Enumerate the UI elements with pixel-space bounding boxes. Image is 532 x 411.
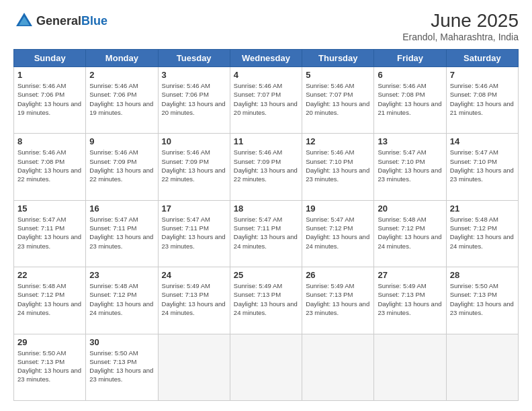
day-cell: 2 Sunrise: 5:46 AM Sunset: 7:06 PM Dayli… [86, 67, 158, 134]
day-cell: 1 Sunrise: 5:46 AM Sunset: 7:06 PM Dayli… [14, 67, 86, 134]
header-tuesday: Tuesday [158, 50, 230, 67]
day-info: Sunrise: 5:50 AM Sunset: 7:13 PM Dayligh… [89, 349, 154, 384]
calendar-table: Sunday Monday Tuesday Wednesday Thursday… [13, 49, 519, 401]
weekday-header-row: Sunday Monday Tuesday Wednesday Thursday… [14, 50, 519, 67]
day-info: Sunrise: 5:46 AM Sunset: 7:09 PM Dayligh… [234, 148, 298, 183]
day-info: Sunrise: 5:49 AM Sunset: 7:13 PM Dayligh… [378, 281, 442, 317]
day-cell: 8 Sunrise: 5:46 AM Sunset: 7:08 PM Dayli… [14, 134, 86, 200]
header-sunday: Sunday [14, 50, 86, 67]
day-number: 9 [89, 136, 154, 146]
day-info: Sunrise: 5:46 AM Sunset: 7:06 PM Dayligh… [89, 81, 154, 117]
day-cell: 14 Sunrise: 5:47 AM Sunset: 7:10 PM Dayl… [446, 134, 518, 200]
day-cell: 21 Sunrise: 5:48 AM Sunset: 7:12 PM Dayl… [446, 200, 518, 267]
calendar-row: 15 Sunrise: 5:47 AM Sunset: 7:11 PM Dayl… [14, 200, 519, 267]
day-info: Sunrise: 5:47 AM Sunset: 7:12 PM Dayligh… [306, 215, 370, 250]
day-number: 12 [306, 136, 370, 146]
empty-cell [158, 334, 230, 400]
day-info: Sunrise: 5:50 AM Sunset: 7:13 PM Dayligh… [450, 281, 515, 317]
day-cell: 6 Sunrise: 5:46 AM Sunset: 7:08 PM Dayli… [374, 67, 446, 134]
day-info: Sunrise: 5:47 AM Sunset: 7:11 PM Dayligh… [162, 215, 226, 250]
header-thursday: Thursday [302, 50, 374, 67]
logo-icon [13, 10, 35, 32]
empty-cell [446, 334, 518, 400]
day-number: 27 [378, 270, 442, 280]
day-cell: 4 Sunrise: 5:46 AM Sunset: 7:07 PM Dayli… [230, 67, 302, 134]
day-cell: 10 Sunrise: 5:46 AM Sunset: 7:09 PM Dayl… [158, 134, 230, 200]
day-cell: 7 Sunrise: 5:46 AM Sunset: 7:08 PM Dayli… [446, 67, 518, 134]
day-info: Sunrise: 5:47 AM Sunset: 7:11 PM Dayligh… [89, 215, 154, 250]
day-number: 14 [450, 136, 515, 146]
day-info: Sunrise: 5:46 AM Sunset: 7:09 PM Dayligh… [89, 148, 154, 183]
location: Erandol, Maharashtra, India [402, 32, 519, 42]
day-cell: 16 Sunrise: 5:47 AM Sunset: 7:11 PM Dayl… [86, 200, 158, 267]
day-cell: 26 Sunrise: 5:49 AM Sunset: 7:13 PM Dayl… [302, 267, 374, 334]
day-info: Sunrise: 5:48 AM Sunset: 7:12 PM Dayligh… [450, 215, 515, 250]
day-cell: 22 Sunrise: 5:48 AM Sunset: 7:12 PM Dayl… [14, 267, 86, 334]
day-number: 23 [89, 270, 154, 280]
page: GeneralBlue June 2025 Erandol, Maharasht… [0, 0, 532, 411]
day-info: Sunrise: 5:46 AM Sunset: 7:07 PM Dayligh… [234, 81, 298, 117]
day-number: 11 [234, 136, 298, 146]
day-cell: 9 Sunrise: 5:46 AM Sunset: 7:09 PM Dayli… [86, 134, 158, 200]
day-info: Sunrise: 5:50 AM Sunset: 7:13 PM Dayligh… [17, 349, 82, 384]
day-cell: 13 Sunrise: 5:47 AM Sunset: 7:10 PM Dayl… [374, 134, 446, 200]
day-info: Sunrise: 5:46 AM Sunset: 7:06 PM Dayligh… [17, 81, 82, 117]
day-number: 16 [89, 203, 154, 214]
day-number: 7 [450, 70, 515, 80]
day-number: 10 [162, 136, 226, 146]
day-cell: 27 Sunrise: 5:49 AM Sunset: 7:13 PM Dayl… [374, 267, 446, 334]
day-number: 29 [17, 337, 82, 347]
day-info: Sunrise: 5:46 AM Sunset: 7:08 PM Dayligh… [17, 148, 82, 183]
day-info: Sunrise: 5:46 AM Sunset: 7:08 PM Dayligh… [378, 81, 442, 117]
day-number: 6 [378, 70, 442, 80]
day-number: 3 [162, 70, 226, 80]
empty-cell [230, 334, 302, 400]
month-title: June 2025 [402, 10, 519, 32]
day-number: 17 [162, 203, 226, 214]
calendar-row: 29 Sunrise: 5:50 AM Sunset: 7:13 PM Dayl… [14, 334, 519, 400]
day-cell: 11 Sunrise: 5:46 AM Sunset: 7:09 PM Dayl… [230, 134, 302, 200]
day-info: Sunrise: 5:46 AM Sunset: 7:08 PM Dayligh… [450, 81, 515, 117]
day-number: 4 [234, 70, 298, 80]
day-info: Sunrise: 5:49 AM Sunset: 7:13 PM Dayligh… [306, 281, 370, 317]
day-info: Sunrise: 5:48 AM Sunset: 7:12 PM Dayligh… [378, 215, 442, 250]
day-cell: 12 Sunrise: 5:46 AM Sunset: 7:10 PM Dayl… [302, 134, 374, 200]
header: GeneralBlue June 2025 Erandol, Maharasht… [13, 10, 519, 42]
day-number: 1 [17, 70, 82, 80]
header-saturday: Saturday [446, 50, 518, 67]
day-number: 20 [378, 203, 442, 214]
empty-cell [302, 334, 374, 400]
day-number: 25 [234, 270, 298, 280]
day-cell: 28 Sunrise: 5:50 AM Sunset: 7:13 PM Dayl… [446, 267, 518, 334]
calendar-row: 8 Sunrise: 5:46 AM Sunset: 7:08 PM Dayli… [14, 134, 519, 200]
day-cell: 20 Sunrise: 5:48 AM Sunset: 7:12 PM Dayl… [374, 200, 446, 267]
header-monday: Monday [86, 50, 158, 67]
day-cell: 5 Sunrise: 5:46 AM Sunset: 7:07 PM Dayli… [302, 67, 374, 134]
day-info: Sunrise: 5:49 AM Sunset: 7:13 PM Dayligh… [162, 281, 226, 317]
day-number: 28 [450, 270, 515, 280]
day-cell: 17 Sunrise: 5:47 AM Sunset: 7:11 PM Dayl… [158, 200, 230, 267]
day-number: 26 [306, 270, 370, 280]
day-info: Sunrise: 5:47 AM Sunset: 7:10 PM Dayligh… [378, 148, 442, 183]
logo-blue-text: Blue [81, 14, 107, 28]
calendar-row: 22 Sunrise: 5:48 AM Sunset: 7:12 PM Dayl… [14, 267, 519, 334]
day-number: 18 [234, 203, 298, 214]
header-friday: Friday [374, 50, 446, 67]
day-info: Sunrise: 5:46 AM Sunset: 7:10 PM Dayligh… [306, 148, 370, 183]
day-cell: 29 Sunrise: 5:50 AM Sunset: 7:13 PM Dayl… [14, 334, 86, 400]
day-number: 21 [450, 203, 515, 214]
day-info: Sunrise: 5:48 AM Sunset: 7:12 PM Dayligh… [17, 281, 82, 317]
day-info: Sunrise: 5:47 AM Sunset: 7:11 PM Dayligh… [17, 215, 82, 250]
day-number: 19 [306, 203, 370, 214]
day-number: 8 [17, 136, 82, 146]
day-cell: 25 Sunrise: 5:49 AM Sunset: 7:13 PM Dayl… [230, 267, 302, 334]
day-info: Sunrise: 5:46 AM Sunset: 7:06 PM Dayligh… [162, 81, 226, 117]
title-section: June 2025 Erandol, Maharashtra, India [402, 10, 519, 42]
day-number: 22 [17, 270, 82, 280]
day-cell: 19 Sunrise: 5:47 AM Sunset: 7:12 PM Dayl… [302, 200, 374, 267]
empty-cell [374, 334, 446, 400]
logo: GeneralBlue [13, 10, 107, 32]
calendar-row: 1 Sunrise: 5:46 AM Sunset: 7:06 PM Dayli… [14, 67, 519, 134]
day-number: 13 [378, 136, 442, 146]
day-number: 30 [89, 337, 154, 347]
